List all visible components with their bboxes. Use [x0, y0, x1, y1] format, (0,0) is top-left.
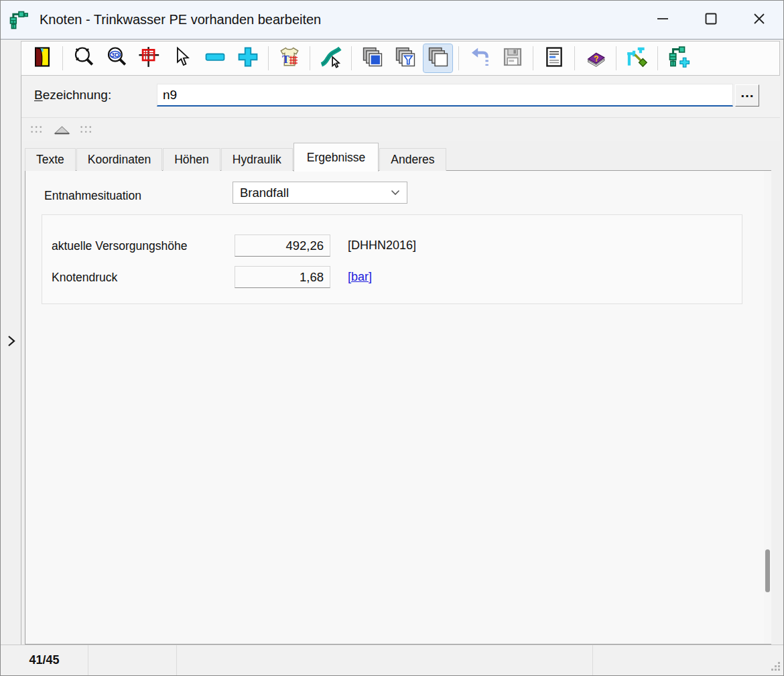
svg-text:?: ? — [593, 54, 599, 64]
network-add-icon — [667, 46, 690, 71]
svg-text:3D: 3D — [111, 51, 119, 58]
tab-koordinaten[interactable]: Koordinaten — [76, 148, 162, 171]
results-groupbox: aktuelle Versorgungshöhe 492,26 [DHHN201… — [42, 214, 742, 304]
layers-visible-icon — [427, 46, 450, 71]
knotendruck-unit-link[interactable]: [bar] — [348, 270, 372, 284]
edit-element-button[interactable] — [316, 44, 345, 72]
bezeichnung-input[interactable] — [157, 84, 733, 107]
maximize-icon — [704, 11, 718, 29]
network-add-button[interactable] — [664, 44, 693, 72]
toolbar-separator — [533, 46, 533, 70]
network-transfer-icon — [626, 46, 649, 71]
toolbar-separator — [62, 46, 63, 70]
select-cursor-icon — [171, 46, 194, 71]
tab-hydraulik[interactable]: Hydraulik — [221, 148, 293, 171]
status-cell-3 — [177, 645, 593, 675]
chevron-right-icon — [7, 334, 16, 351]
toolbar-separator — [657, 46, 658, 70]
dialog-window: Knoten - Trinkwasser PE vorhanden bearbe… — [0, 0, 784, 676]
help-book-icon: ? — [584, 46, 607, 71]
triangle-icon — [53, 125, 71, 135]
dots-grid-icon — [30, 125, 44, 135]
title-bar: Knoten - Trinkwasser PE vorhanden bearbe… — [1, 1, 783, 40]
vertical-scrollbar[interactable] — [764, 171, 771, 644]
zoom-out-button[interactable] — [200, 44, 229, 72]
layers-visible-button[interactable] — [423, 44, 452, 72]
mini-toolbar — [21, 117, 780, 141]
close-button[interactable] — [735, 1, 783, 39]
knotendruck-label: Knotendruck — [52, 271, 117, 285]
select-button[interactable] — [168, 44, 196, 72]
zoom-3d-icon: 3D — [105, 46, 128, 71]
minimize-button[interactable] — [639, 1, 687, 39]
toolbar-separator — [574, 46, 575, 70]
header-region: Bezeichnung: … — [21, 76, 780, 141]
crosshair-button[interactable] — [135, 44, 164, 72]
main-toolbar: 3DT? — [21, 41, 780, 76]
bezeichnung-row: Bezeichnung: … — [21, 76, 780, 117]
maximize-button[interactable] — [687, 1, 735, 39]
edit-element-icon — [320, 46, 342, 71]
minimize-icon — [655, 11, 670, 29]
record-counter: 41/45 — [1, 645, 88, 675]
network-transfer-button[interactable] — [623, 44, 651, 72]
chevron-down-icon — [391, 190, 400, 196]
zoom-in-button[interactable] — [233, 44, 262, 72]
toolbar-separator — [351, 46, 352, 70]
zoom-out-icon — [204, 46, 226, 71]
text-symbols-button[interactable]: T — [275, 44, 304, 72]
versorgungshoehe-value: 492,26 — [285, 239, 324, 253]
window-title: Knoten - Trinkwasser PE vorhanden bearbe… — [40, 12, 321, 27]
close-icon — [752, 11, 767, 29]
undo-button[interactable] — [465, 44, 494, 72]
tab-bar: TexteKoordinatenHöhenHydraulikErgebnisse… — [25, 141, 780, 171]
undo-icon — [468, 46, 491, 71]
tab-anderes[interactable]: Anderes — [379, 148, 446, 171]
text-symbol-icon: T — [278, 46, 301, 71]
versorgungshoehe-label: aktuelle Versorgungshöhe — [52, 239, 187, 253]
zoom-in-icon — [237, 46, 259, 71]
tab-panel-ergebnisse: Entnahmesituation Brandfall aktuelle Ver… — [25, 170, 771, 645]
report-icon — [543, 46, 566, 71]
knotendruck-value: 1,68 — [300, 270, 324, 285]
entnahmesituation-label: Entnahmesituation — [44, 189, 141, 203]
scrollbar-thumb[interactable] — [765, 549, 770, 592]
crosshair-icon — [138, 46, 161, 71]
entnahmesituation-value: Brandfall — [240, 186, 289, 200]
versorgungshoehe-unit: [DHHN2016] — [348, 239, 416, 253]
layers-filled-button[interactable] — [358, 44, 387, 72]
status-bar: 41/45 — [1, 645, 783, 675]
toolbar-separator — [458, 46, 459, 70]
entnahmesituation-select[interactable]: Brandfall — [233, 182, 407, 204]
svg-text:T: T — [281, 53, 289, 66]
zoom-3d-button[interactable]: 3D — [102, 44, 131, 72]
bezeichnung-label: Bezeichnung: — [34, 88, 111, 103]
content-area: TexteKoordinatenHöhenHydraulikErgebnisse… — [21, 141, 780, 645]
tab-ergebnisse[interactable]: Ergebnisse — [293, 143, 379, 172]
knotendruck-field: 1,68 — [235, 266, 330, 288]
exit-button[interactable] — [27, 44, 56, 72]
versorgungshoehe-field: 492,26 — [235, 234, 330, 257]
help-button[interactable]: ? — [581, 44, 610, 72]
window-controls — [639, 1, 783, 39]
dots-grid-icon — [80, 125, 94, 135]
save-button[interactable] — [498, 44, 527, 72]
save-icon — [501, 46, 524, 71]
status-cell-2 — [88, 645, 177, 675]
collapsed-panel-strip — [1, 76, 21, 645]
zoom-button[interactable] — [69, 44, 98, 72]
layers-filter-button[interactable] — [391, 44, 419, 72]
tab-hoehen[interactable]: Höhen — [163, 148, 220, 171]
resize-grip[interactable] — [770, 661, 781, 675]
report-button[interactable] — [539, 44, 568, 72]
toolbar-separator — [616, 46, 616, 70]
toolbar-separator — [310, 46, 310, 70]
expand-panel-button[interactable] — [5, 334, 18, 350]
exit-door-icon — [31, 46, 54, 71]
status-cell-4 — [593, 645, 783, 676]
zoom-icon — [72, 46, 95, 71]
tab-texte[interactable]: Texte — [25, 148, 76, 171]
app-icon — [9, 10, 29, 30]
toolbar-separator — [268, 46, 269, 70]
browse-button[interactable]: … — [735, 84, 759, 107]
